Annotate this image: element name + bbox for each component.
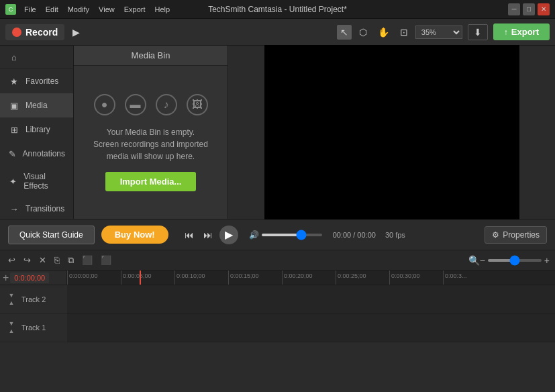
copy-button[interactable]: ⎘ (52, 254, 62, 266)
menu-help[interactable]: Help (151, 4, 174, 15)
zoom-out-button[interactable]: 🔍− (468, 255, 485, 266)
track-1-expand-button[interactable]: ▼ (9, 321, 15, 327)
action-bar: Quick Start Guide Buy Now! ⏮ ⏭ ▶ 🔊 00:00… (0, 219, 555, 250)
menu-export[interactable]: Export (120, 4, 150, 15)
buy-now-button[interactable]: Buy Now! (101, 226, 168, 244)
sidebar-item-visual-effects[interactable]: ✦ Visual Effects (0, 166, 73, 197)
quick-start-button[interactable]: Quick Start Guide (8, 226, 95, 244)
track-2-collapse-button[interactable]: ▲ (9, 300, 15, 306)
properties-button[interactable]: ⚙ Properties (485, 226, 547, 244)
timeline-toolbar: ↩ ↪ ✕ ⎘ ⧉ ⬛ ⬛ 🔍− + (0, 250, 555, 271)
sidebar-item-favorites[interactable]: ★ Favorites (0, 69, 73, 93)
time-display: 00:00 / 00:00 (333, 231, 376, 239)
home-icon: ⌂ (8, 51, 20, 63)
select-tool-button[interactable]: ↖ (337, 25, 352, 40)
fps-display: 30 fps (385, 231, 405, 239)
cut-button[interactable]: ✕ (36, 254, 49, 266)
track-2-controls: ▼ ▲ (5, 293, 17, 306)
menu-file[interactable]: File (20, 4, 40, 15)
timeline: ↩ ↪ ✕ ⎘ ⧉ ⬛ ⬛ 🔍− + + 0:0:00;00 0:00:00;0… (0, 250, 555, 342)
library-icon: ⊞ (8, 124, 20, 136)
track-1-controls: ▼ ▲ (5, 321, 17, 334)
timeline-zoom-control: 🔍− + (468, 255, 550, 266)
sidebar-home[interactable]: ⌂ (0, 46, 73, 69)
track-1-collapse-button[interactable]: ▲ (9, 328, 15, 334)
title-bar: C File Edit Modify View Export Help Tech… (0, 0, 555, 19)
timeline-content: ▼ ▲ Track 2 ▼ ▲ Track 1 (0, 285, 555, 342)
main-area: ⌂ ★ Favorites ▣ Media ⊞ Library ✎ Annota… (0, 46, 555, 219)
properties-gear-icon: ⚙ (492, 230, 499, 240)
export-icon: ↑ (504, 28, 508, 37)
preview-panel (228, 46, 555, 219)
download-button[interactable]: ⬇ (468, 24, 488, 40)
track-2-expand-button[interactable]: ▼ (9, 293, 15, 299)
ruler-tick-6: 0:00:30;00 (389, 271, 443, 285)
sidebar-library-label: Library (26, 125, 50, 134)
sidebar-item-library[interactable]: ⊞ Library (0, 117, 73, 142)
next-frame-button[interactable]: ⏭ (201, 228, 215, 242)
zoom-select[interactable]: 35% 50% 75% 100% (415, 26, 462, 39)
media-bin-body: ● ▬ ♪ 🖼 Your Media Bin is empty. Screen … (74, 66, 228, 219)
toolbar: Record ▶ ↖ ⬡ ✋ ⊡ 35% 50% 75% 100% ⬇ ↑ Ex… (0, 19, 555, 46)
playhead-indicator[interactable] (140, 271, 141, 285)
audio-media-icon: ♪ (156, 94, 177, 115)
forward-button[interactable]: ▶ (70, 24, 83, 40)
prev-frame-button[interactable]: ⏮ (182, 228, 197, 242)
ruler-tick-2: 0:00:10;00 (174, 271, 228, 285)
ruler-head: + 0:0:00;00 (0, 271, 67, 285)
pan-tool-button[interactable]: ✋ (374, 25, 393, 40)
media-bin-header: Media Bin (74, 46, 228, 66)
media-bin: Media Bin ● ▬ ♪ 🖼 Your Media Bin is empt… (74, 46, 228, 219)
record-button[interactable]: Record (5, 24, 64, 40)
menu-modify[interactable]: Modify (64, 4, 93, 15)
redo-button[interactable]: ↪ (21, 254, 34, 266)
zoom-slider[interactable] (488, 259, 542, 262)
properties-label: Properties (503, 230, 540, 240)
track-row-1[interactable] (67, 314, 555, 343)
video-media-icon: ▬ (125, 94, 146, 115)
timeline-time-display: 0:0:00;00 (10, 273, 49, 283)
maximize-button[interactable]: □ (523, 3, 535, 15)
annotations-icon: ✎ (8, 148, 17, 160)
title-bar-left: C File Edit Modify View Export Help (5, 4, 174, 15)
track-settings-button[interactable]: ⬛ (98, 254, 114, 266)
sidebar-item-media[interactable]: ▣ Media (0, 93, 73, 117)
node-tool-button[interactable]: ⬡ (356, 25, 370, 40)
undo-button[interactable]: ↩ (5, 254, 18, 266)
sidebar-favorites-label: Favorites (26, 77, 58, 86)
sidebar-item-transitions[interactable]: → Transitions (0, 197, 73, 221)
menu-edit[interactable]: Edit (42, 4, 62, 15)
sidebar-visual-effects-label: Visual Effects (23, 172, 65, 191)
track-2-label: Track 2 (21, 295, 46, 303)
ruler-tick-4: 0:00:20;00 (282, 271, 336, 285)
export-button[interactable]: ↑ Export (493, 23, 550, 40)
window-title: TechSmith Camtasia - Untitled Project* (208, 5, 347, 14)
zoom-in-button[interactable]: + (544, 255, 550, 266)
import-media-button[interactable]: Import Media... (105, 172, 197, 191)
app-icon: C (5, 4, 16, 15)
track-1-label: Track 1 (21, 324, 46, 332)
track-row-2[interactable] (67, 285, 555, 314)
volume-slider[interactable] (262, 234, 322, 236)
timeline-tracks: + 0:0:00;00 0:00:00;00 0:00:05;00 0:00:1… (0, 271, 555, 342)
export-label: Export (511, 27, 539, 37)
menu-view[interactable]: View (95, 4, 119, 15)
sidebar-item-annotations[interactable]: ✎ Annotations (0, 142, 73, 166)
sidebar: ⌂ ★ Favorites ▣ Media ⊞ Library ✎ Annota… (0, 46, 74, 219)
media-bin-empty-text: Your Media Bin is empty. Screen recordin… (93, 126, 208, 162)
ruler-tick-5: 0:00:25;00 (336, 271, 389, 285)
menu-bar: File Edit Modify View Export Help (20, 4, 174, 15)
minimize-button[interactable]: ─ (508, 3, 520, 15)
paste-button[interactable]: ⧉ (65, 254, 77, 267)
image-media-icon: 🖼 (187, 94, 208, 115)
play-button[interactable]: ▶ (219, 226, 238, 244)
timeline-ruler-bar: 0:00:00;00 0:00:05;00 0:00:10;00 0:00:15… (67, 271, 555, 285)
timeline-ruler-row: + 0:0:00;00 0:00:00;00 0:00:05;00 0:00:1… (0, 271, 555, 285)
add-track-button[interactable]: + (3, 273, 9, 283)
track-label-2: ▼ ▲ Track 2 (0, 285, 67, 314)
volume-control: 🔊 (249, 230, 322, 240)
crop-tool-button[interactable]: ⊡ (397, 25, 411, 40)
close-button[interactable]: ✕ (538, 3, 550, 15)
ruler-tick-7: 0:00:3... (443, 271, 497, 285)
track-add-button[interactable]: ⬛ (79, 254, 95, 266)
